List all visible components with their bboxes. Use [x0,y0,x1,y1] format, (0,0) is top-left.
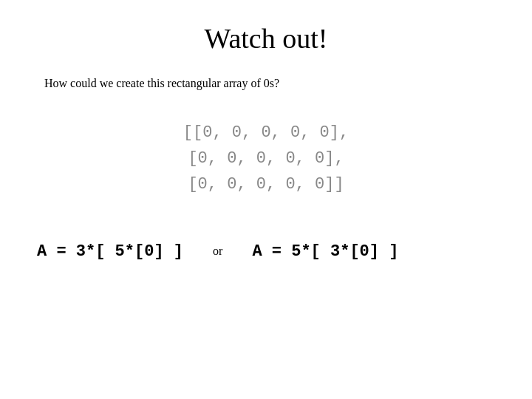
code-line-3: [0, 0, 0, 0, 0]] [30,171,502,197]
expr-left: A = 3*[ 5*[0] ] [37,242,183,261]
subtitle-text: How could we create this rectangular arr… [44,77,502,90]
or-label: or [213,245,222,258]
code-line-2: [0, 0, 0, 0, 0], [30,146,502,171]
page-title: Watch out! [30,22,502,55]
code-array: [[0, 0, 0, 0, 0], [0, 0, 0, 0, 0], [0, 0… [30,120,502,198]
expr-right: A = 5*[ 3*[0] ] [252,242,398,261]
bottom-row: A = 3*[ 5*[0] ] or A = 5*[ 3*[0] ] [30,242,502,261]
code-line-1: [[0, 0, 0, 0, 0], [30,120,502,146]
page: Watch out! How could we create this rect… [0,0,532,399]
